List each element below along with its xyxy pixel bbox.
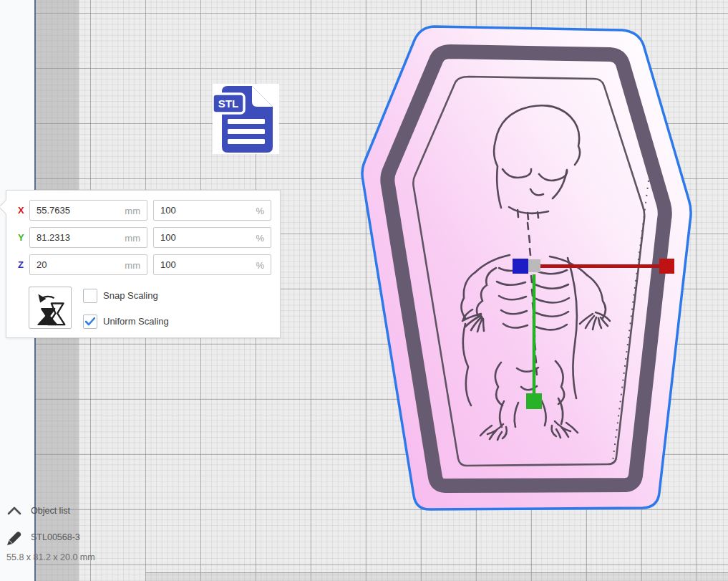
y-size-field: mm xyxy=(29,227,147,248)
object-list-header[interactable]: Object list xyxy=(31,506,70,516)
scale-handle-y[interactable] xyxy=(526,393,542,409)
scale-row-y: Y mm % xyxy=(6,227,280,248)
uniform-scaling-label: Uniform Scaling xyxy=(103,316,169,327)
checkmark-icon xyxy=(85,317,95,326)
z-percent-input[interactable] xyxy=(154,255,271,274)
reset-scale-icon xyxy=(31,290,69,326)
slicer-workspace: { "stl_icon": { "label": "STL" }, "scale… xyxy=(0,0,728,581)
scale-handle-center[interactable] xyxy=(528,259,540,272)
stl-file-icon[interactable]: STL xyxy=(213,84,279,154)
scale-row-z: Z mm % xyxy=(6,254,280,275)
scale-tool-panel: X mm % Y mm % Z mm % xyxy=(6,190,281,338)
stl-document-icon: STL xyxy=(213,84,279,154)
stl-badge-label: STL xyxy=(218,97,238,110)
z-size-field: mm xyxy=(29,254,147,275)
scale-row-x: X mm % xyxy=(6,200,280,221)
chevron-up-icon[interactable] xyxy=(6,505,22,517)
axis-z-label: Z xyxy=(18,259,24,270)
snap-scaling-checkbox[interactable] xyxy=(83,289,97,303)
snap-scaling-label: Snap Scaling xyxy=(103,290,158,301)
z-size-input[interactable] xyxy=(30,255,147,274)
rename-pencil-icon[interactable] xyxy=(6,529,21,547)
scale-handle-z[interactable] xyxy=(513,259,528,274)
y-size-input[interactable] xyxy=(30,228,147,247)
model-dimensions-readout: 55.8 x 81.2 x 20.0 mm xyxy=(6,552,95,562)
scale-handle-x[interactable] xyxy=(659,259,674,274)
x-size-field: mm xyxy=(29,200,147,221)
y-percent-input[interactable] xyxy=(154,228,271,247)
snap-scaling-row: Snap Scaling xyxy=(83,288,158,303)
y-percent-field: % xyxy=(153,227,271,248)
x-percent-input[interactable] xyxy=(154,201,271,220)
x-size-input[interactable] xyxy=(30,201,147,220)
axis-x-label: X xyxy=(18,205,24,216)
z-percent-field: % xyxy=(153,254,271,275)
uniform-scaling-row: Uniform Scaling xyxy=(83,314,169,329)
object-list-item[interactable]: STL00568-3 xyxy=(31,532,80,542)
uniform-scaling-checkbox[interactable] xyxy=(83,314,97,329)
reset-scale-button[interactable] xyxy=(29,287,72,329)
x-percent-field: % xyxy=(153,200,271,221)
axis-y-label: Y xyxy=(18,232,24,243)
